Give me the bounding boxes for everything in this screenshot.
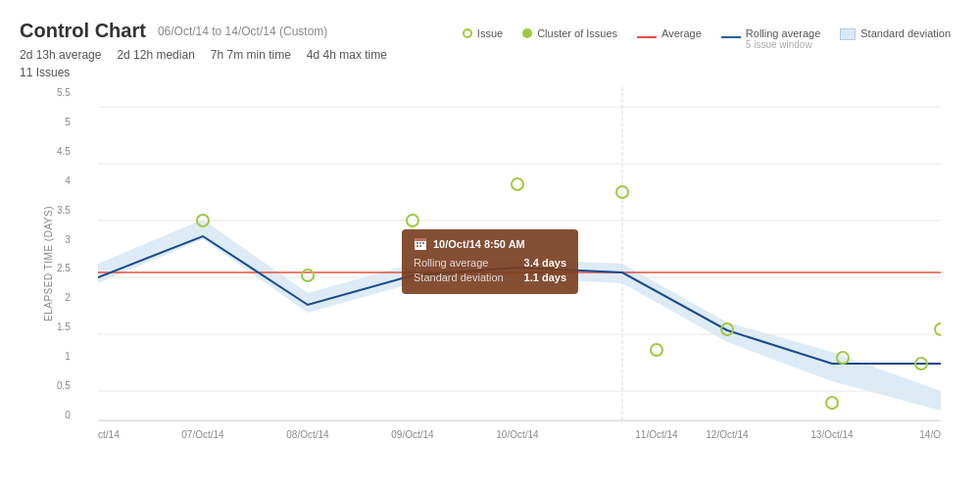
issue-point[interactable] (935, 323, 941, 335)
y-tick-1: 1 (65, 351, 71, 362)
tooltip: 10/Oct/14 8:50 AM Rolling average 3.4 da… (402, 229, 578, 294)
legend-issue-label: Issue (477, 27, 503, 39)
y-tick-3: 3 (65, 234, 71, 245)
y-tick-25: 2.5 (57, 263, 71, 273)
legend-cluster: Cluster of Issues (522, 27, 617, 40)
y-tick-0: 0 (65, 410, 71, 420)
legend-average: Average (637, 27, 702, 40)
tooltip-rolling-value: 3.4 days (524, 257, 566, 269)
stats-row: 2d 13h average 2d 12h median 7h 7m min t… (20, 48, 960, 62)
stat-max: 4d 4h max time (307, 48, 387, 62)
legend-std-label: Standard deviation (860, 27, 951, 39)
rolling-icon (721, 28, 741, 40)
y-axis-labels: 5.5 5 4.5 4 3.5 3 2.5 2 1.5 1 0.5 0 (57, 87, 71, 420)
chart-container: ELAPSED TIME (DAYS) (39, 87, 960, 440)
y-tick-55: 5.5 (57, 87, 71, 98)
date-range: 06/Oct/14 to 14/Oct/14 (Custom) (158, 25, 327, 38)
svg-text:14/Oct/14: 14/Oct/14 (919, 429, 941, 440)
svg-text:09/Oct/14: 09/Oct/14 (391, 429, 434, 440)
svg-text:06/Oct/14: 06/Oct/14 (98, 429, 120, 440)
std-icon (840, 28, 856, 42)
legend-std: Standard deviation (840, 27, 951, 42)
stat-min: 7h 7m min time (211, 48, 291, 62)
y-axis-label: ELAPSED TIME (DAYS) (43, 206, 54, 321)
tooltip-header: 10/Oct/14 8:50 AM (414, 237, 566, 251)
issue-point[interactable] (826, 397, 838, 409)
tooltip-rolling-row: Rolling average 3.4 days (414, 257, 566, 269)
cluster-icon (522, 28, 532, 40)
svg-rect-27 (419, 242, 421, 244)
legend-issue: Issue (463, 27, 503, 40)
svg-rect-28 (422, 242, 424, 244)
legend-rolling-label: Rolling average (746, 27, 820, 39)
legend-rolling: Rolling average 5 issue window (721, 27, 820, 50)
page: Control Chart 06/Oct/14 to 14/Oct/14 (Cu… (0, 0, 980, 493)
average-icon (637, 28, 657, 40)
chart-area: 5.5 5 4.5 4 3.5 3 2.5 06/Oct/14 07/Oct/1… (98, 87, 941, 440)
legend-average-label: Average (662, 27, 702, 39)
tooltip-std-row: Standard deviation 1.1 days (414, 271, 566, 283)
svg-text:08/Oct/14: 08/Oct/14 (286, 429, 329, 440)
y-tick-05: 0.5 (57, 380, 71, 391)
svg-rect-25 (415, 238, 426, 241)
svg-text:11/Oct/14: 11/Oct/14 (635, 429, 678, 440)
calendar-icon (414, 237, 427, 251)
stat-average: 2d 13h average (20, 48, 101, 62)
y-tick-2: 2 (65, 292, 71, 303)
y-tick-35: 3.5 (57, 205, 71, 216)
y-tick-45: 4.5 (57, 146, 71, 157)
legend-cluster-label: Cluster of Issues (537, 27, 617, 39)
tooltip-std-value: 1.1 days (524, 271, 566, 283)
issue-point[interactable] (651, 344, 662, 356)
svg-rect-29 (416, 245, 418, 247)
tooltip-std-label: Standard deviation (414, 271, 504, 283)
issue-icon (463, 28, 472, 40)
y-tick-5: 5 (65, 117, 71, 127)
chart-title: Control Chart (20, 20, 146, 42)
issues-count: 11 Issues (20, 66, 960, 79)
stat-median: 2d 12h median (117, 48, 194, 62)
legend-rolling-sub: 5 issue window (746, 39, 820, 50)
y-tick-4: 4 (65, 175, 71, 186)
legend: Issue Cluster of Issues Average Rolling … (463, 27, 951, 50)
issue-point[interactable] (512, 178, 523, 190)
y-tick-15: 1.5 (57, 321, 71, 332)
tooltip-date: 10/Oct/14 8:50 AM (433, 238, 525, 250)
svg-text:12/Oct/14: 12/Oct/14 (706, 429, 749, 440)
svg-text:13/Oct/14: 13/Oct/14 (810, 429, 854, 440)
svg-text:10/Oct/14: 10/Oct/14 (496, 429, 539, 440)
svg-rect-26 (416, 242, 418, 244)
svg-rect-30 (419, 245, 421, 247)
tooltip-rolling-label: Rolling average (414, 257, 488, 269)
svg-text:07/Oct/14: 07/Oct/14 (181, 429, 224, 440)
issue-point[interactable] (302, 270, 314, 281)
